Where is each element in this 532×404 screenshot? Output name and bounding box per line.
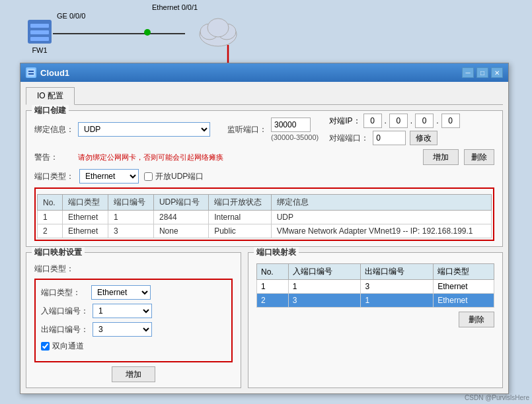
table-cell: UDP: [271, 211, 491, 224]
table-cell: 3: [108, 224, 153, 238]
watermark: CSDN @PurvislsHere: [465, 394, 529, 401]
topology-canvas: FW1 GE 0/0/0 Ethernet 0/0/1: [0, 0, 532, 66]
col-port-type: 端口类型: [62, 195, 108, 211]
port-table-body: 1Ethernet12844InternalUDP2Ethernet3NoneP…: [38, 211, 492, 238]
mapping-delete-button[interactable]: 删除: [459, 312, 494, 327]
table-cell: VMware Network Adapter VMnet19 -- IP: 19…: [271, 224, 491, 238]
col-udp-port: UDP端口号: [153, 195, 208, 211]
table-cell: 2: [38, 224, 63, 238]
delete-port-button[interactable]: 删除: [464, 149, 494, 165]
add-port-button[interactable]: 增加: [423, 149, 459, 165]
bottom-row: 端口映射设置 端口类型： 端口类型： Ethernet 入端口编号: [26, 252, 503, 388]
port-mapping-table: 端口映射表 No. 入端口编号 出端口编号 端口类型 113Ether: [248, 252, 503, 388]
warning-row: 警告： 请勿绑定公网网卡，否则可能会引起网络瘫痪 增加 删除: [34, 149, 494, 165]
device-fw1-label: FW1: [32, 46, 47, 54]
monitor-port-label: 监听端口：: [227, 124, 267, 135]
peer-ip-row: 对端IP： . . .: [329, 114, 459, 128]
map-col-in: 入端口编号: [288, 264, 361, 280]
svg-rect-3: [30, 37, 49, 41]
mapping-add-button[interactable]: 增加: [112, 366, 155, 382]
port-table-wrapper: No. 端口类型 端口编号 UDP端口号 端口开放状态 绑定信息 1Ethern…: [34, 187, 494, 241]
dialog-titlebar: Cloud1 ─ □ ✕: [20, 63, 508, 82]
mapping-table-wrapper: No. 入端口编号 出端口编号 端口类型 113Ethernet231Ether…: [256, 263, 494, 327]
map-col-type: 端口类型: [434, 264, 494, 280]
table-cell: Public: [209, 224, 272, 238]
table-cell: Internal: [209, 211, 272, 224]
cloud-icon: [195, 13, 241, 51]
mapping-cell: 1: [361, 294, 434, 308]
peer-section: 对端IP： . . . 对端端口： 修改: [329, 114, 459, 145]
mapping-row[interactable]: 113Ethernet: [257, 280, 494, 294]
table-cell: 1: [38, 211, 63, 224]
device-fw1: FW1: [26, 18, 53, 54]
mapping-port-type-label: 端口类型：: [34, 263, 81, 275]
peer-ip-1[interactable]: [389, 114, 408, 128]
mapping-table: No. 入端口编号 出端口编号 端口类型 113Ethernet231Ether…: [256, 263, 494, 308]
svg-rect-1: [30, 24, 49, 28]
port-type-row: 端口类型： Ethernet 开放UDP端口: [34, 169, 494, 184]
svg-rect-10: [27, 69, 35, 77]
bidirectional-row: 双向通道: [41, 341, 226, 352]
restore-button[interactable]: □: [476, 67, 488, 78]
svg-rect-2: [30, 30, 49, 34]
port-type-label: 端口类型：: [34, 171, 74, 182]
udp-checkbox-text: 开放UDP端口: [155, 171, 204, 182]
ge-label: GE 0/0/0: [57, 12, 85, 20]
map-port-type-select[interactable]: Ethernet: [91, 285, 151, 300]
peer-port-label: 对端端口：: [329, 133, 369, 144]
mapping-table-title: 端口映射表: [254, 247, 299, 258]
binding-select[interactable]: UDP: [78, 122, 210, 137]
svg-rect-12: [28, 73, 34, 75]
topology-area: FW1 GE 0/0/0 Ethernet 0/0/1: [0, 0, 532, 66]
col-status: 端口开放状态: [209, 195, 272, 211]
close-button[interactable]: ✕: [491, 67, 503, 78]
mapping-row[interactable]: 231Ethernet: [257, 294, 494, 308]
table-cell: Ethernet: [62, 211, 108, 224]
modify-button[interactable]: 修改: [410, 131, 437, 145]
dialog-title-text: Cloud1: [40, 68, 69, 78]
line-dot: [144, 29, 151, 36]
map-port-type-label: 端口类型：: [41, 287, 87, 298]
monitor-port-input[interactable]: [271, 118, 311, 132]
bidirectional-checkbox[interactable]: [41, 342, 50, 351]
tab-io-config[interactable]: IO 配置: [26, 87, 75, 105]
udp-checkbox[interactable]: [144, 172, 153, 181]
udp-checkbox-label[interactable]: 开放UDP端口: [144, 171, 204, 182]
out-port-select[interactable]: 3: [93, 322, 152, 337]
peer-ip-label: 对端IP：: [329, 116, 360, 127]
in-port-label: 入端口编号：: [41, 306, 89, 317]
port-creation-title: 端口创建: [32, 105, 69, 116]
minimize-button[interactable]: ─: [462, 67, 474, 78]
port-mapping-settings: 端口映射设置 端口类型： 端口类型： Ethernet 入端口编号: [26, 252, 241, 388]
port-type-select[interactable]: Ethernet: [79, 169, 139, 184]
col-port-num: 端口编号: [108, 195, 153, 211]
binding-row: 绑定信息： UDP 监听端口： (30000-35000) 对端IP： . .: [34, 114, 494, 145]
binding-label: 绑定信息：: [34, 124, 74, 135]
router-icon: [26, 18, 53, 45]
in-port-select[interactable]: 1: [93, 304, 152, 318]
bidirectional-checkbox-label[interactable]: 双向通道: [41, 341, 84, 352]
mapping-cell: 3: [361, 280, 434, 294]
mapping-table-header: No. 入端口编号 出端口编号 端口类型: [257, 264, 494, 280]
col-binding: 绑定信息: [271, 195, 491, 211]
mapping-settings-title: 端口映射设置: [32, 247, 85, 258]
out-port-label: 出端口编号：: [41, 324, 89, 335]
map-col-no: No.: [257, 264, 289, 280]
peer-port-input[interactable]: [373, 131, 406, 145]
out-port-row: 出端口编号： 3: [41, 322, 226, 337]
peer-ip-3[interactable]: [441, 114, 460, 128]
in-port-row: 入端口编号： 1: [41, 304, 226, 318]
mapping-cell: Ethernet: [434, 294, 494, 308]
table-cell: 1: [108, 211, 153, 224]
table-row[interactable]: 2Ethernet3NonePublicVMware Network Adapt…: [38, 224, 492, 238]
peer-ip-0[interactable]: [363, 114, 382, 128]
svg-point-7: [208, 18, 229, 37]
tab-bar: IO 配置: [26, 87, 503, 105]
peer-ip-2[interactable]: [415, 114, 434, 128]
topology-line: [53, 33, 185, 34]
port-table: No. 端口类型 端口编号 UDP端口号 端口开放状态 绑定信息 1Ethern…: [37, 194, 492, 238]
table-cell: None: [153, 224, 208, 238]
mapping-table-body: 113Ethernet231Ethernet: [257, 280, 494, 308]
table-row[interactable]: 1Ethernet12844InternalUDP: [38, 211, 492, 224]
mapping-cell: 2: [257, 294, 289, 308]
